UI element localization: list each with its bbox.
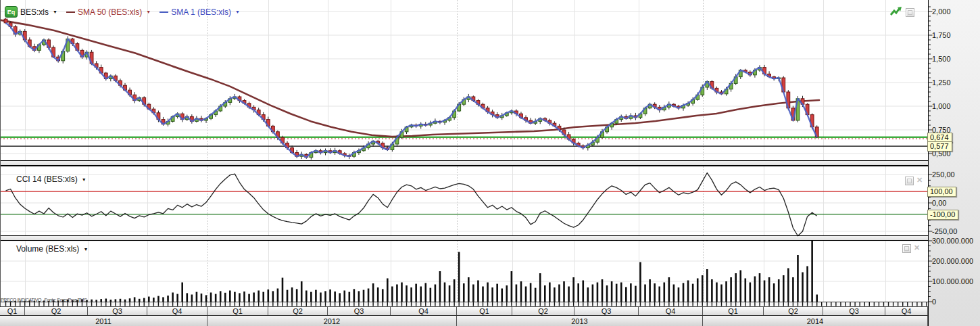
timeline-quarter-cell: Q1 [207,307,268,315]
cci-axis-label: 250,00 [932,170,955,179]
sma50-line [0,20,819,137]
timeline-quarter-cell: Q3 [574,307,639,315]
chart-plot-area[interactable] [0,0,980,326]
cci-line [6,172,817,235]
restore-panel-icon[interactable] [906,8,914,17]
chevron-down-icon: ▼ [235,9,240,14]
timeline-quarter-cell: Q3 [328,307,391,315]
timeline-quarter-cell: Q2 [268,307,328,315]
timeline-quarter-row[interactable]: Q1Q2Q3Q4Q1Q2Q3Q4Q1Q2Q3Q4Q1Q2Q3Q4 [0,306,928,316]
price-axis-label: 1,250 [932,78,951,87]
cci-axis-label: 0,00 [932,199,946,208]
equity-badge-icon: Eq [5,6,18,18]
sma50-selector[interactable]: SMA 50 (BES:xls) ▼ [66,7,151,17]
volume-axis-label: 300.000.000 [932,237,973,246]
cci-level-tag: 100,00 [927,187,956,197]
timeline-quarter-cell: Q2 [25,307,88,315]
watermark-text: PREÇO INDICATIVO . Fonte: ForexPros TMS [1,298,251,302]
price-axis-label: 2,000 [932,7,951,16]
timeline-year-cell: 2011 [0,316,207,326]
volume-axis-label: 100.000.000 [932,277,973,286]
sma1-line-swatch [160,11,168,13]
cci-panel-legend: CCI 14 (BES:xls) ▼ [16,174,87,184]
price-level-tag: 0,577 [927,141,952,152]
cci-label: CCI 14 (BES:xls) [16,174,78,184]
realtime-arrow-icon[interactable] [889,6,902,18]
timeline-quarter-cell: Q2 [764,307,823,315]
chevron-down-icon: ▼ [83,247,88,252]
close-panel-icon[interactable]: ✕ [914,244,920,252]
timeline-quarter-cell: Q4 [639,307,703,315]
timeline-quarter-cell: Q2 [512,307,574,315]
charting-app: Q1Q2Q3Q4Q1Q2Q3Q4Q1Q2Q3Q4Q1Q2Q3Q4 2011201… [0,0,980,326]
volume-label: Volume (BES:xls) [16,244,79,254]
timeline-year-row[interactable]: 2011201220132014 [0,316,928,326]
restore-panel-icon[interactable] [905,177,914,185]
chevron-down-icon: ▼ [53,9,57,14]
sma1-label: SMA 1 (BES:xls) [171,7,231,17]
timeline-quarter-cell: Q1 [457,307,512,315]
cci-level-tag: -100,00 [927,210,958,220]
timeline-quarter-cell: Q1 [0,307,25,315]
timeline-quarter-cell: Q4 [885,307,928,315]
sma50-label: SMA 50 (BES:xls) [78,7,142,17]
volume-axis-label: 0 [932,298,936,306]
volume-panel-legend: Volume (BES:xls) ▼ [16,244,88,254]
timeline-year-cell: 2012 [207,316,457,326]
volume-axis-label: 200.000.000 [932,257,973,266]
price-axis-label: 1,750 [932,31,951,40]
sma50-line-swatch [66,11,75,13]
timeline-quarter-cell: Q4 [147,307,207,315]
symbol-label: BES:xls [20,7,49,17]
sma1-selector[interactable]: SMA 1 (BES:xls) ▼ [160,7,240,17]
symbol-selector[interactable]: Eq BES:xls ▼ [5,6,57,18]
timeline-quarter-cell: Q1 [703,307,764,315]
chevron-down-icon: ▼ [82,177,87,182]
price-axis-label: 1,500 [932,55,951,64]
timeline-quarter-cell: Q3 [823,307,885,315]
timeline-quarter-cell: Q3 [88,307,147,315]
timeline-year-cell: 2014 [703,316,928,326]
price-axis-label: 1,000 [932,102,951,111]
timeline-quarter-cell: Q4 [391,307,457,315]
timeline-year-cell: 2013 [457,316,703,326]
cci-axis-label: -250,00 [932,227,957,236]
close-panel-icon[interactable]: ✕ [916,177,923,184]
candle [4,19,7,23]
restore-panel-icon[interactable] [902,244,911,253]
main-panel-legend: Eq BES:xls ▼ SMA 50 (BES:xls) ▼ SMA 1 (B… [5,6,240,18]
volume-selector[interactable]: Volume (BES:xls) ▼ [16,244,88,254]
chevron-down-icon: ▼ [146,9,151,14]
cci-selector[interactable]: CCI 14 (BES:xls) ▼ [16,174,87,184]
